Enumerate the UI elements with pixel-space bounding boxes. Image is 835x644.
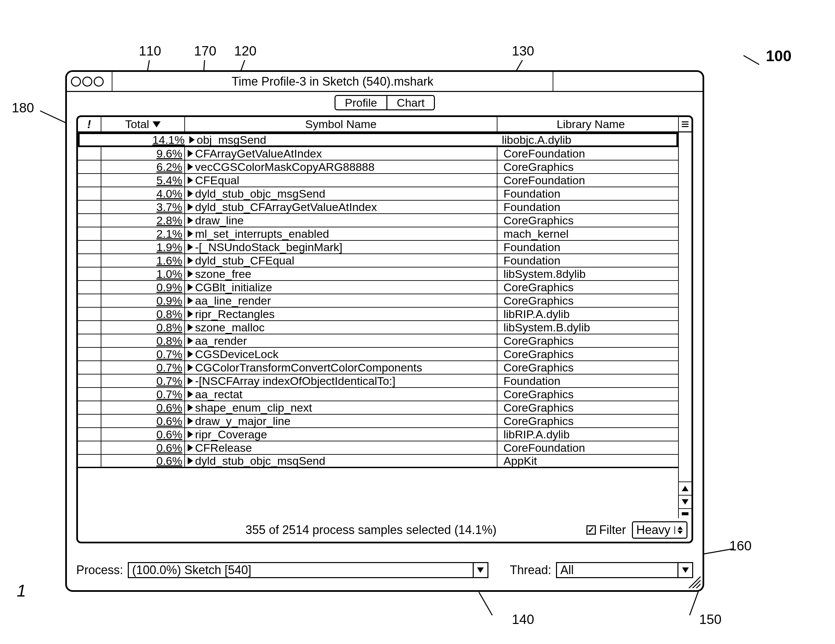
dropdown-button[interactable] (473, 563, 487, 577)
table-row[interactable]: 0.8%aa_renderCoreGraphics (78, 334, 678, 348)
library-header-label: Library Name (557, 118, 625, 131)
cell-symbol: aa_line_render (185, 294, 497, 307)
table-row[interactable]: 9.6%CFArrayGetValueAtIndexCoreFoundation (78, 147, 678, 161)
symbol-text: -[NSCFArray indexOfObjectIdenticalTo:] (195, 375, 395, 387)
thread-select[interactable]: All (556, 562, 693, 578)
table-row[interactable]: 0.7%CGSDeviceLockCoreGraphics (78, 348, 678, 361)
cell-alert (78, 214, 101, 227)
scroll-up-button[interactable] (679, 482, 692, 495)
table-row[interactable]: 4.0%dyld_stub_objc_msgSendFoundation (78, 187, 678, 201)
cell-library: Foundation (497, 375, 678, 387)
disclosure-icon[interactable] (188, 243, 193, 251)
disclosure-icon[interactable] (188, 364, 193, 371)
disclosure-icon[interactable] (188, 324, 193, 331)
table-row[interactable]: 0.7%CGColorTransformConvertColorComponen… (78, 361, 678, 375)
cell-library: libobjc.A.dylib (496, 134, 676, 146)
cell-alert (78, 375, 101, 387)
column-alert[interactable]: ! (78, 117, 101, 131)
process-select[interactable]: (100.0%) Sketch [540] (128, 562, 489, 578)
split-handle[interactable] (679, 508, 692, 518)
disclosure-icon[interactable] (188, 163, 193, 170)
disclosure-icon[interactable] (188, 150, 193, 157)
table-row[interactable]: 0.6%draw_y_major_lineCoreGraphics (78, 415, 678, 428)
column-library[interactable]: Library Name (497, 117, 678, 131)
symbol-text: CGColorTransformConvertColorComponents (195, 361, 422, 374)
table-row[interactable]: 5.4%CFEqualCoreFoundation (78, 174, 678, 187)
table-row[interactable]: 14.1%obj_msgSendlibobjc.A.dylib (78, 132, 678, 147)
table-row[interactable]: 1.6%dyld_stub_CFEqualFoundation (78, 254, 678, 268)
cell-alert (78, 388, 101, 401)
table-row[interactable]: 0.7%-[NSCFArray indexOfObjectIdenticalTo… (78, 375, 678, 388)
tab-profile[interactable]: Profile (336, 96, 387, 109)
disclosure-icon[interactable] (188, 310, 193, 318)
traffic-lights[interactable] (71, 76, 104, 87)
resize-grip[interactable] (689, 576, 700, 588)
cell-library: CoreFoundation (497, 441, 678, 454)
table-row[interactable]: 2.1%ml_set_interrupts_enabledmach_kernel (78, 227, 678, 241)
table-row[interactable]: 0.9%aa_line_renderCoreGraphics (78, 294, 678, 308)
disclosure-icon[interactable] (188, 337, 193, 344)
cell-symbol: CGColorTransformConvertColorComponents (185, 361, 497, 374)
disclosure-icon[interactable] (188, 350, 193, 358)
column-total[interactable]: Total (101, 117, 185, 131)
table-row[interactable]: 3.7%dyld_stub_CFArrayGetValueAtIndexFoun… (78, 201, 678, 214)
cell-alert (78, 348, 101, 360)
cell-symbol: shape_enum_clip_next (185, 401, 497, 414)
zoom-icon[interactable] (94, 76, 104, 87)
table-row[interactable]: 0.6%shape_enum_clip_nextCoreGraphics (78, 401, 678, 415)
disclosure-icon[interactable] (188, 177, 193, 184)
disclosure-icon[interactable] (188, 297, 193, 304)
disclosure-icon[interactable] (188, 190, 193, 197)
column-menu[interactable] (678, 117, 692, 131)
disclosure-icon[interactable] (188, 377, 193, 384)
alert-header-label: ! (86, 118, 93, 131)
disclosure-icon[interactable] (188, 457, 193, 464)
disclosure-icon[interactable] (188, 391, 193, 398)
table-row[interactable]: 1.0%szone_freelibSystem.8dylib (78, 268, 678, 281)
tab-chart[interactable]: Chart (387, 96, 434, 109)
cell-alert (78, 254, 101, 267)
cell-alert (78, 241, 101, 253)
disclosure-icon[interactable] (188, 284, 193, 291)
table-row[interactable]: 0.6%ripr_CoveragelibRIP.A.dylib (78, 428, 678, 441)
scope-bar: Process: (100.0%) Sketch [540] Thread: A… (76, 560, 693, 580)
disclosure-icon[interactable] (188, 217, 193, 224)
table-row[interactable]: 2.8%draw_lineCoreGraphics (78, 214, 678, 227)
cell-alert (80, 134, 103, 146)
disclosure-icon[interactable] (188, 417, 193, 425)
disclosure-icon[interactable] (188, 270, 193, 277)
disclosure-icon[interactable] (188, 431, 193, 438)
scroll-down-button[interactable] (679, 495, 692, 508)
cell-total: 1.9% (101, 241, 185, 253)
disclosure-icon[interactable] (188, 404, 193, 411)
filter-checkbox[interactable]: ✓ (586, 525, 596, 535)
disclosure-icon[interactable] (188, 203, 193, 211)
column-symbol[interactable]: Symbol Name (185, 117, 497, 131)
disclosure-icon[interactable] (188, 230, 193, 237)
table-row[interactable]: 0.8%ripr_RectangleslibRIP.A.dylib (78, 308, 678, 321)
symbol-text: draw_y_major_line (195, 415, 291, 427)
process-label: Process: (76, 563, 123, 577)
disclosure-icon[interactable] (188, 257, 193, 264)
vertical-scrollbar[interactable] (678, 132, 692, 518)
symbol-text: CGSDeviceLock (195, 348, 278, 360)
cell-alert (78, 441, 101, 454)
table-row[interactable]: 1.9%-[_NSUndoStack_beginMark]Foundation (78, 241, 678, 254)
cell-total: 5.4% (101, 174, 185, 187)
cell-alert (78, 334, 101, 347)
table-row[interactable]: 0.9%CGBlt_initializeCoreGraphics (78, 281, 678, 294)
disclosure-icon[interactable] (188, 444, 193, 451)
table-row[interactable]: 0.7%aa_rectatCoreGraphics (78, 388, 678, 401)
close-icon[interactable] (71, 76, 81, 87)
minimize-icon[interactable] (82, 76, 93, 87)
table-row[interactable]: 0.8%szone_malloclibSystem.B.dylib (78, 321, 678, 334)
table-row[interactable]: 0.6% CFReleaseCoreFoundation (78, 441, 678, 455)
table-row[interactable]: 6.2%vecCGSColorMaskCopyARG88888CoreGraph… (78, 161, 678, 174)
dropdown-button[interactable] (677, 563, 692, 577)
view-mode-select[interactable]: Heavy (632, 521, 687, 539)
scroll-thumb[interactable] (679, 132, 692, 482)
disclosure-icon[interactable] (189, 136, 195, 143)
symbol-text: dyld_stub_objc_msgSend (195, 187, 325, 200)
table-row[interactable]: 0.6%dyld_stub_objc_msqSendAppKit (78, 455, 678, 468)
symbol-text: CFRelease (195, 441, 252, 454)
